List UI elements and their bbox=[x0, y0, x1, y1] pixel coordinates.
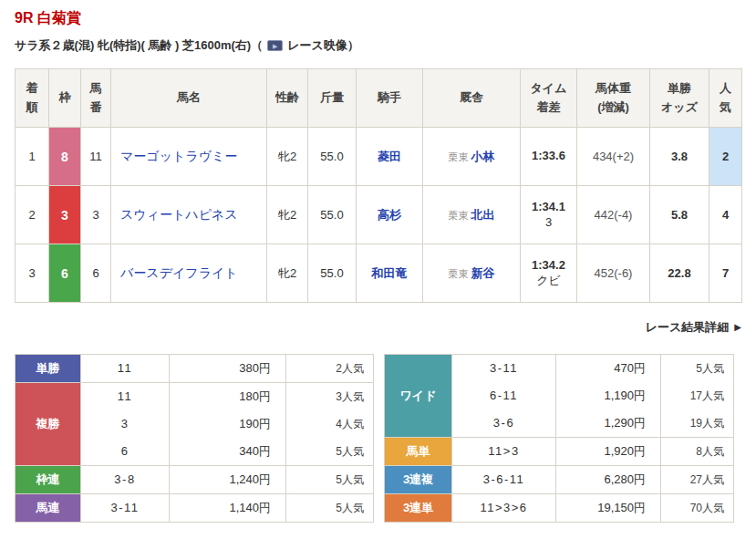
col-odds: 単勝 オッズ bbox=[650, 69, 709, 128]
fukusho-amount: 180円 190円 340円 bbox=[170, 383, 286, 466]
finish-position: 2 bbox=[16, 186, 49, 244]
stable-link[interactable]: 小林 bbox=[471, 150, 495, 163]
race-result-page: 9R 白菊賞 サラ系２歳(混) 牝(特指)( 馬齢 ) 芝1600m(右) （ … bbox=[0, 0, 756, 532]
race-video-icon[interactable]: ▶ bbox=[267, 40, 283, 51]
stable-cell: 栗東小林 bbox=[423, 128, 521, 186]
jockey-link[interactable]: 高杉 bbox=[378, 208, 401, 222]
horse-name-cell: スウィートハピネス bbox=[111, 186, 267, 244]
bet-type-wide: ワイド bbox=[385, 355, 452, 438]
sex-age: 牝2 bbox=[267, 128, 308, 186]
horse-weight: 442(-4) bbox=[577, 186, 650, 244]
sanrentan-combo: 11>3>6 bbox=[452, 494, 556, 523]
sex-age: 牝2 bbox=[267, 244, 308, 303]
bet-type-umaren: 馬連 bbox=[16, 494, 81, 523]
bet-type-umatan: 馬単 bbox=[385, 438, 452, 466]
col-stable: 厩舎 bbox=[423, 69, 521, 128]
jockey-link[interactable]: 和田竜 bbox=[372, 266, 408, 280]
col-jockey: 騎手 bbox=[357, 69, 423, 128]
sanrentan-popularity: 70人気 bbox=[661, 494, 734, 523]
race-conditions: サラ系２歳(混) 牝(特指)( 馬齢 ) 芝1600m(右) （ ▶ レース映像… bbox=[15, 37, 741, 54]
col-horse-weight: 馬体重 (増減) bbox=[577, 69, 650, 128]
time: 1:33.6 bbox=[521, 149, 576, 164]
col-sex-age: 性齢 bbox=[267, 69, 308, 128]
horse-name-cell: バースデイフライト bbox=[111, 244, 267, 303]
payout-row-fukusho: 複勝 11 3 6 180円 190円 340円 3人気 4人気 5人気 bbox=[16, 383, 374, 466]
payout-row-sanrenpuku: 3連複 3-6-11 6,280円 27人気 bbox=[385, 466, 734, 494]
arrow-right-icon: ▶ bbox=[734, 322, 741, 332]
payout-table-left: 単勝 11 380円 2人気 複勝 11 3 6 180円 190円 340円 … bbox=[15, 354, 374, 523]
paren-open: （ bbox=[251, 37, 263, 54]
stable-cell: 栗東新谷 bbox=[423, 244, 521, 303]
race-title: 9R 白菊賞 bbox=[15, 9, 741, 28]
detail-link-label: レース結果詳細 bbox=[646, 320, 730, 334]
tansho-popularity: 2人気 bbox=[286, 355, 374, 383]
jockey-link[interactable]: 菱田 bbox=[378, 150, 401, 163]
jockey-cell: 和田竜 bbox=[357, 244, 423, 303]
race-results-table: 着 順 枠 馬 番 馬名 性齢 斤量 騎手 厩舎 タイム 着差 馬体重 (増減)… bbox=[15, 68, 742, 303]
payout-tables: 単勝 11 380円 2人気 複勝 11 3 6 180円 190円 340円 … bbox=[15, 354, 741, 523]
col-finish: 着 順 bbox=[16, 69, 49, 128]
col-time-margin: タイム 着差 bbox=[521, 69, 577, 128]
popularity: 7 bbox=[709, 244, 742, 303]
col-horse-name: 馬名 bbox=[111, 69, 267, 128]
tansho-combo: 11 bbox=[81, 355, 170, 383]
stable-link[interactable]: 新谷 bbox=[471, 266, 495, 280]
time: 1:34.1 bbox=[521, 200, 576, 215]
bet-type-wakuren: 枠連 bbox=[16, 466, 81, 494]
win-odds: 3.8 bbox=[650, 128, 709, 186]
margin: クビ bbox=[521, 274, 576, 289]
stable-link[interactable]: 北出 bbox=[471, 208, 495, 222]
bet-type-tansho: 単勝 bbox=[16, 355, 81, 383]
horse-weight: 434(+2) bbox=[577, 128, 650, 186]
race-video-link[interactable]: レース映像 bbox=[287, 37, 347, 54]
time-margin-cell: 1:33.6 bbox=[521, 128, 577, 186]
fukusho-popularity: 3人気 4人気 5人気 bbox=[286, 383, 374, 466]
table-row: 1 8 11 マーゴットラヴミー 牝2 55.0 菱田 栗東小林 1:33.6 … bbox=[16, 128, 742, 186]
table-row: 2 3 3 スウィートハピネス 牝2 55.0 高杉 栗東北出 1:34.13 … bbox=[16, 186, 742, 244]
margin: 3 bbox=[521, 215, 576, 231]
stable-region: 栗東 bbox=[449, 268, 469, 279]
col-popularity: 人 気 bbox=[709, 69, 742, 128]
payout-table-right: ワイド 3-11 6-11 3-6 470円 1,190円 1,290円 5人気… bbox=[384, 354, 734, 523]
umatan-combo: 11>3 bbox=[452, 438, 556, 466]
time: 1:34.2 bbox=[521, 258, 576, 274]
wakuren-combo: 3-8 bbox=[81, 466, 170, 494]
sex-age: 牝2 bbox=[267, 186, 308, 244]
popularity: 4 bbox=[709, 186, 742, 244]
weight-carried: 55.0 bbox=[308, 244, 357, 303]
bet-type-sanrentan: 3連単 bbox=[385, 494, 452, 523]
wakuren-popularity: 5人気 bbox=[286, 466, 374, 494]
wide-combo: 3-11 6-11 3-6 bbox=[452, 355, 556, 438]
payout-row-umatan: 馬単 11>3 1,920円 8人気 bbox=[385, 438, 734, 466]
payout-row-tansho: 単勝 11 380円 2人気 bbox=[16, 355, 374, 383]
finish-position: 1 bbox=[16, 128, 49, 186]
frame-number: 3 bbox=[49, 186, 81, 244]
win-odds: 22.8 bbox=[650, 244, 709, 303]
payout-row-wakuren: 枠連 3-8 1,240円 5人気 bbox=[16, 466, 374, 494]
table-row: 3 6 6 バースデイフライト 牝2 55.0 和田竜 栗東新谷 1:34.2ク… bbox=[16, 244, 742, 303]
payout-row-sanrentan: 3連単 11>3>6 19,150円 70人気 bbox=[385, 494, 734, 523]
frame-number: 8 bbox=[49, 128, 81, 186]
jockey-cell: 菱田 bbox=[357, 128, 423, 186]
tansho-amount: 380円 bbox=[170, 355, 286, 383]
race-result-detail-link[interactable]: レース結果詳細▶ bbox=[646, 320, 741, 334]
payout-row-wide: ワイド 3-11 6-11 3-6 470円 1,190円 1,290円 5人気… bbox=[385, 355, 734, 438]
horse-name-link[interactable]: マーゴットラヴミー bbox=[120, 149, 237, 163]
horse-name-link[interactable]: スウィートハピネス bbox=[120, 207, 238, 222]
horse-weight: 452(-6) bbox=[577, 244, 650, 303]
bet-type-sanrenpuku: 3連複 bbox=[385, 466, 452, 494]
col-frame: 枠 bbox=[49, 69, 81, 128]
sanrenpuku-combo: 3-6-11 bbox=[452, 466, 556, 494]
wide-amount: 470円 1,190円 1,290円 bbox=[556, 355, 661, 438]
popularity: 2 bbox=[709, 128, 742, 186]
stable-region: 栗東 bbox=[449, 151, 469, 162]
umaren-amount: 1,140円 bbox=[170, 494, 286, 523]
horse-name-link[interactable]: バースデイフライト bbox=[120, 265, 238, 280]
time-margin-cell: 1:34.13 bbox=[521, 186, 577, 244]
time-margin-cell: 1:34.2クビ bbox=[521, 244, 577, 303]
stable-cell: 栗東北出 bbox=[423, 186, 521, 244]
col-weight: 斤量 bbox=[308, 69, 357, 128]
finish-position: 3 bbox=[16, 244, 49, 303]
race-conditions-text: サラ系２歳(混) 牝(特指)( 馬齢 ) 芝1600m(右) bbox=[15, 37, 251, 54]
results-header-row: 着 順 枠 馬 番 馬名 性齢 斤量 騎手 厩舎 タイム 着差 馬体重 (増減)… bbox=[16, 69, 742, 128]
